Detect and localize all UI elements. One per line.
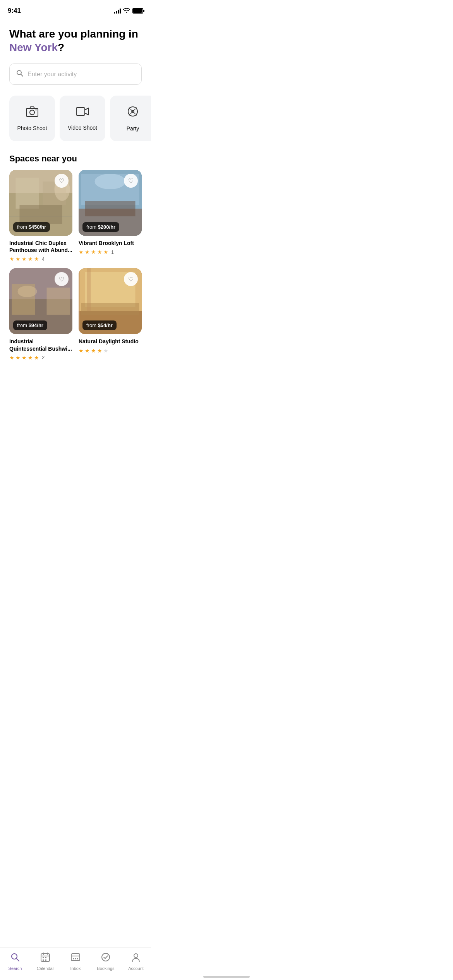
star-4: ★ — [28, 256, 33, 262]
stars-row-1: ★ ★ ★ ★ ★ 4 — [9, 256, 72, 262]
svg-point-25 — [95, 174, 126, 189]
space-title-4: Natural Daylight Studio — [79, 338, 142, 345]
headline-prefix: What are you planning in — [9, 28, 138, 40]
party-icon — [127, 106, 139, 120]
price-badge-1: from $450/hr — [13, 222, 50, 232]
star-2: ★ — [15, 256, 21, 262]
star-2-3: ★ — [91, 249, 96, 255]
battery-icon — [132, 8, 143, 14]
stars-row-2: ★ ★ ★ ★ ★ 1 — [79, 249, 142, 255]
star-4-2: ★ — [85, 348, 90, 354]
star-3-4: ★ — [28, 355, 33, 361]
section-title: Spaces near you — [9, 154, 142, 164]
star-3-3: ★ — [22, 355, 27, 361]
category-label-video-shoot: Video Shoot — [68, 125, 97, 131]
review-count-3: 2 — [42, 355, 45, 360]
price-badge-3: from $94/hr — [13, 320, 47, 330]
star-4-4: ★ — [97, 348, 102, 354]
main-content: What are you planning in New York? Enter… — [0, 19, 151, 399]
status-time: 9:41 — [8, 7, 21, 15]
headline-suffix: ? — [58, 41, 64, 53]
stars-row-3: ★ ★ ★ ★ ★ 2 — [9, 355, 72, 361]
svg-point-7 — [136, 107, 137, 108]
spaces-grid: ♡ from $450/hr Industrial Chic Duplex Pe… — [0, 170, 151, 361]
svg-point-6 — [129, 107, 130, 108]
search-bar[interactable]: Enter your activity — [9, 63, 142, 85]
svg-point-0 — [17, 70, 21, 75]
star-2-1: ★ — [79, 249, 84, 255]
space-card-2[interactable]: ♡ from $200/hr Vibrant Brooklyn Loft ★ ★… — [79, 170, 142, 262]
search-placeholder: Enter your activity — [27, 71, 77, 78]
star-1: ★ — [9, 256, 14, 262]
review-count-2: 1 — [111, 249, 114, 255]
space-card-4[interactable]: ♡ from $54/hr Natural Daylight Studio ★ … — [79, 268, 142, 360]
star-empty-4: ★ — [103, 348, 108, 354]
category-label-party: Party — [127, 125, 139, 132]
signal-icon — [114, 8, 121, 14]
svg-rect-24 — [85, 201, 136, 216]
star-3-1: ★ — [9, 355, 14, 361]
category-party[interactable]: Party — [110, 96, 151, 141]
svg-point-2 — [30, 110, 34, 115]
svg-rect-30 — [47, 288, 70, 315]
category-label-photo-shoot: Photo Shoot — [17, 125, 47, 131]
svg-point-3 — [36, 109, 37, 110]
camera-icon — [26, 106, 38, 120]
heart-button-1[interactable]: ♡ — [55, 174, 69, 188]
star-4-1: ★ — [79, 348, 84, 354]
space-image-container-1: ♡ from $450/hr — [9, 170, 72, 236]
category-scroll: Photo Shoot Video Shoot — [0, 96, 151, 141]
space-image-container-4: ♡ from $54/hr — [79, 268, 142, 334]
svg-point-31 — [18, 286, 37, 297]
price-badge-4: from $54/hr — [82, 320, 117, 330]
headline: What are you planning in New York? — [9, 27, 142, 54]
star-3: ★ — [22, 256, 27, 262]
star-4-3: ★ — [91, 348, 96, 354]
star-half-3: ★ — [34, 355, 39, 361]
space-card-3[interactable]: ♡ from $94/hr Industrial Quintessential … — [9, 268, 72, 360]
wifi-icon — [123, 8, 130, 14]
svg-rect-15 — [16, 178, 39, 209]
space-title-1: Industrial Chic Duplex Penthouse with Ab… — [9, 240, 72, 254]
svg-point-9 — [136, 114, 137, 115]
category-video-shoot[interactable]: Video Shoot — [60, 96, 105, 141]
space-card-1[interactable]: ♡ from $450/hr Industrial Chic Duplex Pe… — [9, 170, 72, 262]
space-image-container-2: ♡ from $200/hr — [79, 170, 142, 236]
svg-point-8 — [129, 114, 130, 115]
star-2-4: ★ — [97, 249, 102, 255]
review-count-1: 4 — [42, 256, 45, 262]
heart-button-2[interactable]: ♡ — [124, 174, 138, 188]
category-photo-shoot[interactable]: Photo Shoot — [9, 96, 55, 141]
star-2-2: ★ — [85, 249, 90, 255]
headline-city: New York — [9, 41, 58, 53]
star-half-2: ★ — [103, 249, 108, 255]
video-icon — [76, 106, 89, 119]
spaces-section: Spaces near you — [9, 154, 142, 399]
svg-rect-18 — [20, 205, 62, 224]
status-icons — [114, 8, 143, 14]
space-image-container-3: ♡ from $94/hr — [9, 268, 72, 334]
price-badge-2: from $200/hr — [82, 222, 119, 232]
svg-rect-4 — [76, 108, 85, 115]
star-3-2: ★ — [15, 355, 21, 361]
search-icon — [16, 69, 24, 79]
space-title-2: Vibrant Brooklyn Loft — [79, 240, 142, 247]
star-half-1: ★ — [34, 256, 39, 262]
status-bar: 9:41 — [0, 0, 151, 19]
stars-row-4: ★ ★ ★ ★ ★ — [79, 348, 142, 354]
space-title-3: Industrial Quintessential Bushwi... — [9, 338, 72, 352]
